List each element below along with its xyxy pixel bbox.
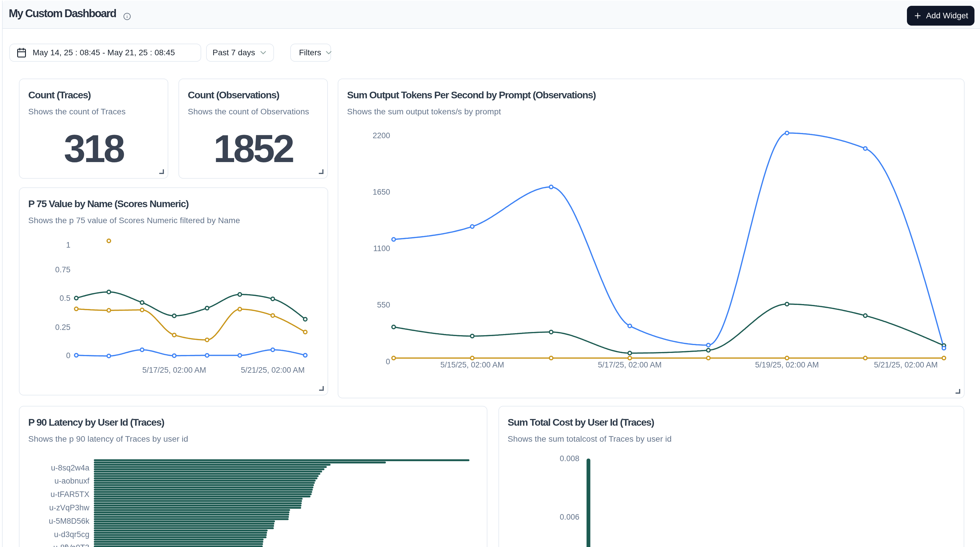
svg-text:0.008: 0.008 xyxy=(560,454,579,463)
svg-text:5/21/25, 02:00 AM: 5/21/25, 02:00 AM xyxy=(241,366,305,374)
svg-text:5/21/25, 02:00 AM: 5/21/25, 02:00 AM xyxy=(874,360,938,369)
svg-text:5/17/25, 02:00 AM: 5/17/25, 02:00 AM xyxy=(142,366,206,374)
svg-text:2200: 2200 xyxy=(373,131,390,140)
svg-text:u-8fVa9T3: u-8fVa9T3 xyxy=(53,543,89,547)
svg-text:5/15/25, 02:00 AM: 5/15/25, 02:00 AM xyxy=(440,360,504,369)
svg-text:0: 0 xyxy=(66,351,70,360)
svg-text:u-tFAR5TX: u-tFAR5TX xyxy=(50,490,89,499)
svg-text:u-5M8D56k: u-5M8D56k xyxy=(49,517,89,525)
svg-text:5/17/25, 02:00 AM: 5/17/25, 02:00 AM xyxy=(598,360,662,369)
svg-text:u-zVqP3hw: u-zVqP3hw xyxy=(49,503,90,512)
svg-text:0.006: 0.006 xyxy=(560,513,579,522)
svg-text:1650: 1650 xyxy=(373,188,390,197)
svg-text:0.5: 0.5 xyxy=(59,294,70,303)
svg-text:0.75: 0.75 xyxy=(55,265,70,274)
svg-text:550: 550 xyxy=(377,301,390,309)
svg-text:1100: 1100 xyxy=(373,244,390,253)
svg-text:u-d3qr5cg: u-d3qr5cg xyxy=(54,530,89,539)
svg-text:u-8sq2w4a: u-8sq2w4a xyxy=(51,463,90,472)
svg-text:u-aobnuxf: u-aobnuxf xyxy=(54,477,90,485)
svg-text:0.25: 0.25 xyxy=(55,323,70,332)
svg-text:5/19/25, 02:00 AM: 5/19/25, 02:00 AM xyxy=(755,360,819,369)
svg-text:0: 0 xyxy=(386,357,390,366)
svg-text:1: 1 xyxy=(66,241,70,249)
